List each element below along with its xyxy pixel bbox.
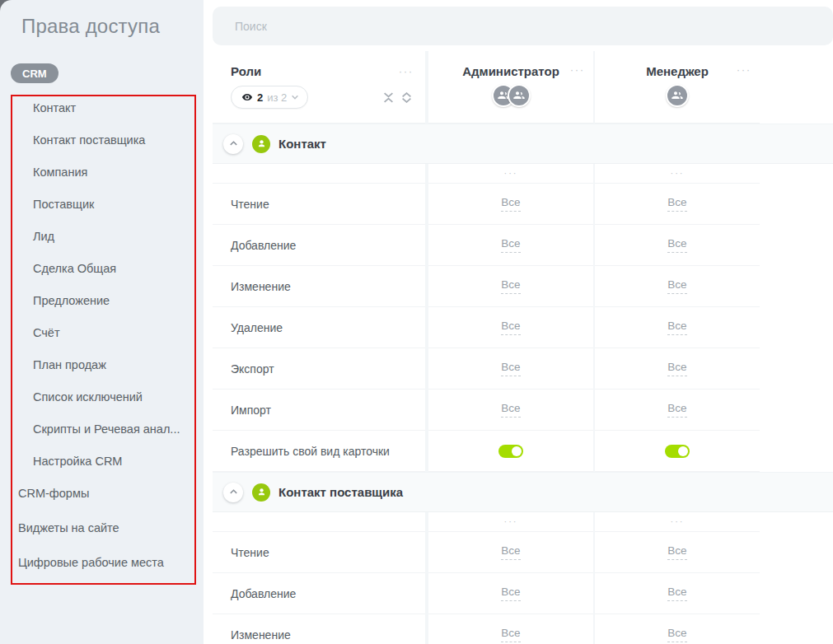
permission-value-link[interactable]: Все — [501, 402, 520, 418]
permission-value-cell: Все — [428, 532, 593, 573]
collapse-all-button[interactable] — [383, 92, 394, 103]
permission-value-link[interactable]: Все — [667, 320, 686, 335]
permission-label: Разрешить свой вид карточки — [213, 431, 425, 472]
sidebar-item[interactable]: CRM-формы — [18, 487, 89, 500]
sidebar-item[interactable]: Предложение — [33, 294, 110, 307]
chevron-down-icon — [291, 93, 299, 101]
section-menu-row: ······ — [213, 512, 760, 532]
permission-value-link[interactable]: Все — [667, 627, 686, 642]
section-column-menu-button[interactable]: ··· — [671, 169, 685, 178]
permission-row: ЧтениеВсеВсе — [213, 184, 760, 225]
permission-value-link[interactable]: Все — [501, 237, 520, 253]
sidebar-item[interactable]: Поставщик — [33, 198, 94, 211]
permission-value-link[interactable]: Все — [501, 278, 520, 294]
permission-value-link[interactable]: Все — [667, 544, 686, 560]
sidebar-item[interactable]: Лид — [33, 230, 54, 243]
role-name: Администратор — [462, 64, 559, 78]
sidebar-item[interactable]: Цифровые рабочие места — [18, 556, 164, 569]
permission-value-cell: Все — [595, 573, 760, 614]
section-header: Контакт поставщика — [213, 472, 833, 512]
permission-toggle[interactable] — [498, 445, 523, 458]
permission-value-cell: Все — [595, 184, 760, 225]
roles-menu-button[interactable]: ··· — [399, 67, 414, 77]
role-users-avatars[interactable] — [492, 84, 531, 107]
permission-label: Изменение — [213, 614, 425, 644]
permission-value-link[interactable]: Все — [501, 544, 520, 560]
table-body: Контакт······ЧтениеВсеВсеДобавлениеВсеВс… — [213, 124, 833, 644]
sidebar-item[interactable]: Скрипты и Речевая анал... — [33, 422, 180, 436]
permission-value-link[interactable]: Все — [667, 278, 686, 294]
section-column-menu-button[interactable]: ··· — [671, 517, 685, 526]
sidebar-item[interactable]: Контакт поставщика — [33, 133, 145, 147]
role-menu-button[interactable]: ··· — [737, 65, 751, 75]
section-menu-spacer-cell — [213, 512, 425, 532]
permission-label: Добавление — [213, 225, 425, 266]
permission-label: Импорт — [213, 390, 425, 431]
permission-value-link[interactable]: Все — [501, 586, 520, 601]
role-menu-button[interactable]: ··· — [570, 65, 585, 75]
sidebar-item[interactable]: Компания — [33, 166, 87, 179]
permission-value-link[interactable]: Все — [667, 237, 686, 253]
permission-value-link[interactable]: Все — [501, 627, 520, 642]
roles-filter-chip[interactable]: 2 из 2 — [231, 86, 308, 109]
permission-value-link[interactable]: Все — [501, 361, 520, 376]
search-input[interactable] — [213, 7, 833, 45]
sidebar-item[interactable]: Список исключений — [33, 390, 143, 404]
permission-value-cell: Все — [595, 390, 760, 431]
permission-value-cell: Все — [428, 266, 593, 307]
permission-row: ЧтениеВсеВсе — [213, 532, 760, 573]
permission-toggle[interactable] — [665, 445, 690, 458]
contact-avatar-icon — [252, 135, 270, 153]
section-column-menu-cell: ··· — [428, 164, 593, 184]
permission-value-cell: Все — [595, 532, 760, 573]
roles-header-cell: Роли ··· 2 из 2 — [213, 51, 425, 124]
users-avatar-icon — [508, 84, 531, 107]
permission-label: Чтение — [213, 184, 425, 225]
permission-row: УдалениеВсеВсе — [213, 307, 760, 348]
contact-avatar-icon — [252, 483, 270, 502]
permission-row: ДобавлениеВсеВсе — [213, 225, 760, 266]
role-users-avatars[interactable] — [666, 84, 689, 107]
permission-value-link[interactable]: Все — [667, 361, 686, 376]
users-avatar-icon — [666, 84, 689, 107]
permission-label: Экспорт — [213, 348, 425, 390]
permission-value-cell — [428, 431, 593, 472]
permission-value-link[interactable]: Все — [501, 320, 520, 335]
sidebar-item[interactable]: План продаж — [33, 358, 106, 371]
permission-value-cell: Все — [428, 307, 593, 348]
section-menu-row: ······ — [213, 164, 760, 184]
sidebar: Права доступа CRM КонтактКонтакт поставщ… — [0, 0, 204, 644]
permission-row: ЭкспортВсеВсе — [213, 348, 760, 390]
permission-value-link[interactable]: Все — [667, 196, 686, 212]
permission-value-cell: Все — [428, 390, 593, 431]
permission-row: Разрешить свой вид карточки — [213, 431, 760, 472]
permission-value-link[interactable]: Все — [667, 402, 686, 418]
permission-label: Добавление — [213, 573, 425, 614]
header-tools — [383, 92, 412, 103]
permission-value-cell: Все — [595, 225, 760, 266]
permissions-table: Роли ··· 2 из 2 — [213, 51, 833, 644]
sidebar-item[interactable]: Счёт — [33, 326, 60, 339]
permission-label: Чтение — [213, 532, 425, 573]
section-title: Контакт поставщика — [278, 485, 403, 499]
permission-label: Удаление — [213, 307, 425, 348]
section-column-menu-button[interactable]: ··· — [504, 169, 518, 178]
sidebar-item[interactable]: Виджеты на сайте — [18, 521, 119, 534]
section-column-menu-button[interactable]: ··· — [504, 517, 518, 526]
section-column-menu-cell: ··· — [428, 512, 593, 532]
section-collapse-button[interactable] — [223, 134, 243, 154]
filter-count: 2 — [257, 91, 263, 104]
role-column-header: Администратор··· — [428, 51, 593, 124]
section-collapse-button[interactable] — [223, 483, 243, 502]
sidebar-item[interactable]: Сделка Общая — [33, 262, 116, 275]
sidebar-item[interactable]: Настройка CRM — [33, 455, 122, 468]
expand-all-button[interactable] — [401, 92, 412, 103]
permission-value-link[interactable]: Все — [667, 586, 686, 601]
page-title: Права доступа — [21, 15, 160, 38]
permission-value-link[interactable]: Все — [501, 196, 520, 212]
sidebar-item[interactable]: Контакт — [33, 101, 76, 114]
permission-value-cell: Все — [428, 614, 593, 644]
permission-value-cell: Все — [428, 573, 593, 614]
permission-value-cell: Все — [595, 614, 760, 644]
permission-row: ИзменениеВсеВсе — [213, 614, 760, 644]
